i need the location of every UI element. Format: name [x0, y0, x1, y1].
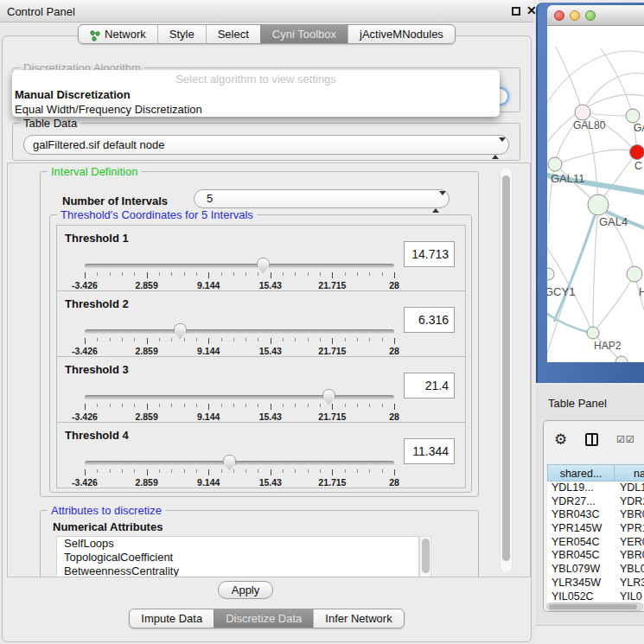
table-row[interactable]: YBR045CYBR0	[547, 549, 644, 563]
threshold-value-field[interactable]: 14.713	[404, 241, 455, 267]
network-graph[interactable]: GAL80GACGAL11GAL4GCY1HHAP2	[547, 26, 644, 362]
tick-mark	[295, 272, 296, 276]
close-icon[interactable]: ✕	[526, 3, 537, 17]
attributes-scrollbar-thumb[interactable]	[422, 539, 430, 573]
table-data-combobox[interactable]: galFiltered.sif default node	[23, 135, 509, 155]
tick-mark	[221, 469, 222, 473]
attributes-group: Attributes to discretize Numerical Attri…	[40, 510, 479, 577]
threshold-slider[interactable]: -3.4262.8599.14415.4321.71528	[85, 461, 394, 487]
network-edge[interactable]	[556, 47, 583, 112]
tab-impute-data[interactable]: Impute Data	[130, 609, 214, 628]
tick-mark	[320, 338, 321, 341]
column-header-shared-name[interactable]: shared...	[547, 464, 615, 481]
tab-discretize-data[interactable]: Discretize Data	[214, 609, 313, 628]
tab-select[interactable]: Select	[206, 25, 260, 43]
table-row[interactable]: YDR27...YDR2	[547, 495, 644, 509]
network-edge[interactable]	[547, 311, 593, 334]
network-node-GA[interactable]	[626, 109, 640, 123]
tick-mark	[369, 338, 370, 341]
close-traffic-light[interactable]	[554, 10, 564, 21]
threshold-value-field[interactable]: 21.4	[404, 373, 455, 399]
threshold-label: Threshold 2	[65, 297, 129, 310]
attribute-list-item[interactable]: BetweennessCentrality	[57, 564, 418, 577]
tick-mark	[308, 338, 309, 341]
tick-mark	[345, 404, 346, 407]
table-row[interactable]: YBL079WYBL0	[547, 563, 644, 577]
slider-track	[85, 395, 394, 399]
apply-button[interactable]: Apply	[218, 581, 273, 599]
zoom-traffic-light[interactable]	[585, 10, 596, 21]
slider-thumb[interactable]	[322, 389, 335, 405]
tick-mark	[122, 338, 123, 341]
attribute-list-item[interactable]: TopologicalCoefficient	[57, 551, 418, 564]
cell-name: YIL0	[615, 590, 644, 604]
network-edge[interactable]	[593, 274, 634, 333]
algorithm-option-equal-width[interactable]: Equal Width/Frequency Discretization	[12, 101, 500, 116]
tick-mark	[122, 404, 123, 407]
float-window-icon[interactable]	[512, 7, 520, 16]
slider-thumb[interactable]	[174, 323, 187, 339]
tab-infer-network[interactable]: Infer Network	[313, 609, 403, 628]
table-horizontal-scrollbar[interactable]	[546, 603, 643, 611]
slider-thumb[interactable]	[223, 455, 236, 470]
panel-scrollbar-thumb[interactable]	[502, 175, 510, 561]
tick-mark	[184, 469, 185, 473]
network-edge[interactable]	[583, 73, 644, 112]
combo-spinner-icon	[432, 194, 440, 211]
slider-thumb[interactable]	[257, 258, 270, 273]
threshold-slider[interactable]: -3.4262.8599.14415.4321.71528	[85, 329, 394, 355]
tick-mark	[394, 338, 395, 344]
number-of-intervals-spinner[interactable]: 5	[194, 189, 450, 208]
numerical-attributes-list[interactable]: SelfLoopsTopologicalCoefficientBetweenne…	[56, 536, 419, 577]
column-header-name[interactable]: na	[615, 464, 644, 481]
tick-mark	[283, 469, 284, 473]
slider-ticks	[85, 469, 394, 476]
network-node-HAP2[interactable]	[587, 327, 599, 339]
network-node-label: H	[639, 285, 644, 298]
threshold-value-field[interactable]: 11.344	[404, 438, 455, 464]
select-columns-checkboxes-icon[interactable]: ☑☑	[616, 434, 635, 445]
algorithm-placeholder-option[interactable]: Select algorithm to view settings	[12, 70, 500, 86]
columns-icon[interactable]	[585, 433, 598, 446]
network-edge[interactable]	[554, 205, 598, 322]
table-row[interactable]: YLR345WYLR3	[547, 577, 644, 590]
network-node-label: GCY1	[547, 285, 575, 298]
network-edge[interactable]	[555, 150, 637, 164]
tab-network[interactable]: Network	[79, 25, 157, 43]
network-canvas[interactable]: GAL80GACGAL11GAL4GCY1HHAP2	[547, 26, 644, 362]
network-node-GAL4[interactable]	[588, 194, 609, 215]
tab-jactivemnodules[interactable]: jActiveMNodules	[348, 25, 455, 43]
network-node-C[interactable]	[630, 145, 644, 160]
table-row[interactable]: YER054CYER0	[547, 536, 644, 550]
network-node-H[interactable]	[627, 266, 642, 282]
table-horizontal-scrollbar-thumb[interactable]	[549, 604, 637, 609]
gear-icon[interactable]: ⚙	[554, 430, 567, 449]
network-node-GAL11[interactable]	[548, 157, 562, 171]
network-window-titlebar[interactable]	[547, 5, 644, 26]
table-data-selected-value: galFiltered.sif default node	[33, 138, 164, 151]
threshold-slider[interactable]: -3.4262.8599.14415.4321.71528	[85, 264, 394, 290]
panel-scrollbar[interactable]	[500, 167, 513, 573]
tick-mark	[171, 272, 172, 276]
table-row[interactable]: YPR145WYPR1	[547, 522, 644, 536]
cell-shared-name: YIL052C	[547, 590, 615, 604]
table-row[interactable]: YIL052CYIL0	[547, 590, 644, 604]
attributes-scrollbar[interactable]	[419, 536, 431, 577]
network-edge[interactable]	[593, 205, 598, 333]
tick-label: 9.144	[197, 346, 220, 356]
threshold-value-field[interactable]: 6.316	[404, 307, 455, 333]
network-edge[interactable]	[601, 48, 633, 116]
table-panel-title: Table Panel	[548, 397, 607, 410]
tick-mark	[394, 469, 395, 475]
network-node-GCY1[interactable]	[547, 268, 554, 280]
attribute-list-item[interactable]: SelfLoops	[57, 537, 418, 551]
tick-mark	[357, 272, 358, 276]
algorithm-option-manual[interactable]: Manual Discretization	[12, 86, 500, 101]
tab-style[interactable]: Style	[157, 25, 206, 43]
table-row[interactable]: YBR043CYBR0	[547, 508, 644, 522]
tab-cyni-toolbox[interactable]: Cyni Toolbox	[260, 25, 348, 43]
table-row[interactable]: YDL19...YDL1	[547, 481, 644, 495]
network-node-GAL80[interactable]	[575, 105, 590, 120]
minimize-traffic-light[interactable]	[570, 10, 580, 21]
threshold-slider[interactable]: -3.4262.8599.14415.4321.71528	[85, 395, 394, 421]
